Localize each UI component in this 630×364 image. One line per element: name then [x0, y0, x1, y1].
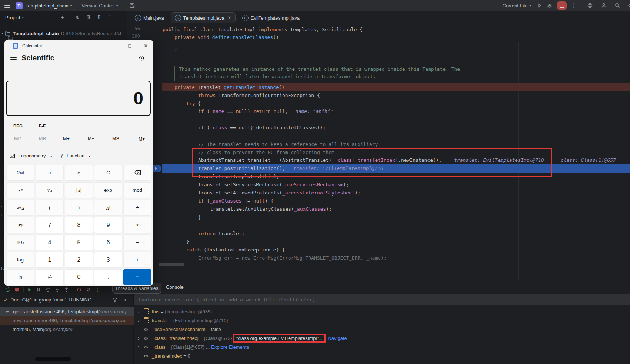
calculator-key-0[interactable]: 0 [65, 269, 93, 285]
more-icon[interactable]: ⋮ [571, 2, 577, 9]
run-configuration-select[interactable]: Current File▾ [503, 3, 531, 9]
memory-button-Mplus[interactable]: M+ [63, 136, 70, 141]
save-icon[interactable] [129, 3, 135, 9]
code-line[interactable]: if (_class == null) defineTransletClasse… [198, 124, 326, 131]
calculator-key-4[interactable]: 4 [36, 234, 64, 250]
history-icon[interactable] [138, 55, 145, 61]
angle-unit-toggle[interactable]: DEG [13, 124, 23, 128]
calculator-key-2-√-x[interactable]: 2√x [6, 200, 34, 216]
calculator-key-3[interactable]: 3 [94, 252, 122, 268]
project-panel-title[interactable]: Project [5, 15, 20, 20]
view-bp-icon[interactable] [76, 287, 82, 293]
calculator-key-5[interactable]: 5 [65, 234, 93, 250]
calculator-key-([interactable]: ( [36, 200, 64, 216]
more-icon[interactable]: ⋮ [107, 14, 112, 20]
calculator-key-mod[interactable]: mod [123, 182, 151, 198]
calculator-key-1[interactable]: 1 [36, 252, 64, 268]
calculator-key-exp[interactable]: exp [94, 182, 122, 198]
calculator-key-)[interactable]: ) [65, 200, 93, 216]
calculator-mode-title[interactable]: Scientific [21, 54, 54, 62]
expand-all-icon[interactable]: ⇅ [87, 14, 91, 20]
calculator-key-e[interactable]: e [65, 165, 93, 181]
expand-chevron-icon[interactable]: › [138, 335, 144, 341]
code-line[interactable]: return translet; [198, 230, 244, 237]
calculator-key-=[interactable]: = [123, 269, 151, 285]
horizontal-scrollbar[interactable] [159, 263, 184, 266]
code-line[interactable]: if (_name == null) return null; [198, 108, 288, 115]
calculator-key-log[interactable]: log [6, 252, 34, 268]
stack-frame-row[interactable]: getTransletInstance:456, TemplatesImpl (… [0, 307, 134, 316]
code-line[interactable]: translet.setAllowedProtocols(_accessExte… [198, 189, 360, 197]
hamburger-menu-icon[interactable] [4, 4, 10, 8]
code-line[interactable]: if (_auxClasses != null) { [198, 197, 274, 205]
code-line[interactable]: // The translet needs to keep a referenc… [198, 141, 378, 148]
calculator-key-π[interactable]: π [36, 165, 64, 181]
add-icon[interactable]: ＋ [60, 14, 65, 21]
code-line[interactable]: private Translet getTransletInstance() [174, 84, 284, 91]
thread-status-row[interactable]: ✓ "main"@1 in group "main": RUNNING ▾ [0, 295, 133, 304]
pause-icon[interactable] [36, 287, 41, 293]
window-minimize-button[interactable]: — [110, 42, 116, 49]
calculator-key-+[interactable]: + [123, 252, 151, 268]
expand-chevron-icon[interactable]: › [138, 308, 144, 314]
code-line[interactable]: } [198, 214, 201, 221]
calculator-key-−[interactable]: − [123, 234, 151, 250]
variable-row[interactable]: ∞_useServicesMechanism = false [138, 325, 221, 334]
resume-icon[interactable] [27, 287, 32, 293]
calculator-menu-icon[interactable] [10, 57, 17, 61]
add-user-icon[interactable] [601, 3, 607, 9]
step-over-icon[interactable] [45, 287, 51, 293]
code-line[interactable]: This method generates an instance of the… [179, 66, 460, 73]
code-viewport[interactable]: }This method generates an instance of th… [127, 11, 630, 280]
chevron-down-icon[interactable]: ▾ [124, 298, 126, 302]
calculator-key-9[interactable]: 9 [94, 217, 122, 233]
variable-row[interactable]: ∞_transletIndex = 0 [138, 351, 190, 360]
settings-icon[interactable] [627, 3, 630, 9]
calculator-key-2-nd[interactable]: 2nd [6, 165, 34, 181]
sticky-code-line[interactable]: private void defineTransletClasses() [174, 34, 279, 41]
variable-row[interactable]: ›this = {TemplatesImpl@639} [138, 307, 212, 316]
code-line[interactable]: } [174, 45, 177, 53]
window-close-button[interactable]: ✕ [143, 42, 149, 49]
code-line[interactable]: translet.setServicesMechnism(_useService… [198, 181, 349, 188]
mute-bp-icon[interactable] [86, 287, 91, 293]
project-menu[interactable]: TemplateImpl_chain▾ [26, 3, 72, 9]
stop-button[interactable] [557, 1, 567, 10]
calculator-key-+-⁄-−[interactable]: +⁄− [36, 269, 64, 285]
code-line[interactable]: } [186, 238, 189, 246]
code-line[interactable]: catch (InstantiationException e) { [186, 246, 285, 254]
expand-chevron-icon[interactable]: › [138, 317, 144, 323]
calculator-key-x-2[interactable]: x2 [6, 182, 34, 198]
calculator-key-8[interactable]: 8 [65, 217, 93, 233]
calculator-key-2[interactable]: 2 [65, 252, 93, 268]
memory-button-Mdrop[interactable]: M▾ [139, 136, 145, 142]
tab-console[interactable]: Console [166, 284, 184, 290]
calculator-key-.[interactable]: . [94, 269, 122, 285]
step-out-icon[interactable] [64, 287, 69, 293]
evaluate-expression-input[interactable]: Evaluate expression (Enter) or add a wat… [134, 294, 630, 305]
hide-panel-icon[interactable]: — [116, 14, 120, 20]
calculator-key-x-y[interactable]: xy [6, 217, 34, 233]
trigonometry-dropdown[interactable]: Trigonometry [19, 153, 46, 158]
calculator-key-×[interactable]: × [123, 217, 151, 233]
calculator-key-7[interactable]: 7 [36, 217, 64, 233]
code-line[interactable]: ErrorMsg err = new ErrorMsg(ErrorMsg.TRA… [198, 254, 387, 262]
calculator-key-|-x-|[interactable]: |x| [65, 182, 93, 198]
code-line[interactable]: translet.setAuxiliaryClasses(_auxClasses… [210, 206, 332, 213]
stop-icon[interactable] [14, 287, 20, 293]
project-root-node[interactable]: ▾ TemplateImpl_chain D:\PrfD\Security\Re… [0, 29, 127, 38]
variable-row[interactable]: ›∞_class = {Class[1]@657} ... Explore El… [138, 343, 249, 351]
variable-link[interactable]: Navigate [327, 335, 347, 341]
window-maximize-button[interactable]: ▢ [127, 42, 133, 49]
calculator-key-1-⁄-x[interactable]: 1⁄x [36, 182, 64, 198]
locate-file-icon[interactable]: ⊕ [76, 14, 80, 20]
stack-frame-row[interactable]: newTransformer:486, TemplatesImpl (com.s… [0, 316, 134, 325]
search-icon[interactable] [614, 3, 620, 9]
ai-assistant-icon[interactable] [587, 3, 593, 9]
function-dropdown[interactable]: Function [67, 153, 84, 158]
vcs-menu[interactable]: Version Control▾ [81, 3, 118, 9]
collapse-all-icon[interactable]: ⇈ [97, 14, 101, 20]
filter-icon[interactable] [112, 297, 118, 303]
debug-icon[interactable] [547, 3, 553, 9]
calculator-key-n-![interactable]: n! [94, 200, 122, 216]
